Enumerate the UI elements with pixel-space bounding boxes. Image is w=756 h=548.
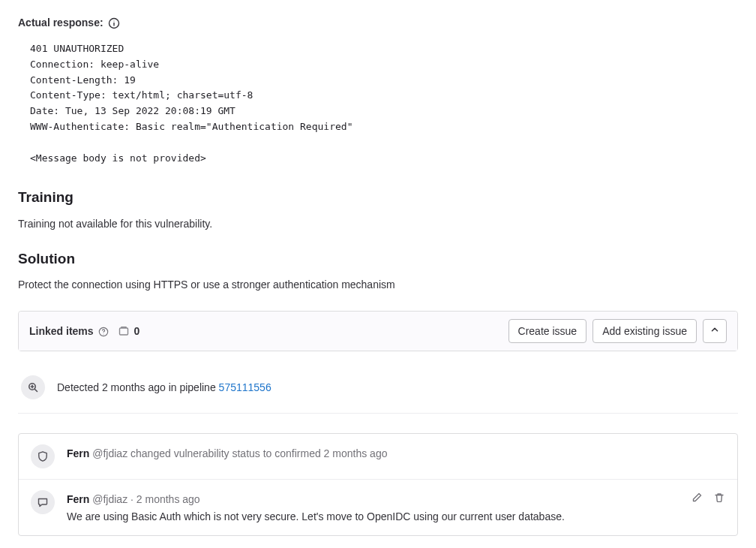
response-body-code: 401 UNAUTHORIZED Connection: keep-alive … xyxy=(18,41,738,166)
pipeline-link[interactable]: 575111556 xyxy=(219,381,272,393)
comment-main: Fern @fjdiaz · 2 months ago We are using… xyxy=(67,492,682,525)
comment-author[interactable]: Fern xyxy=(67,493,89,505)
svg-rect-5 xyxy=(119,328,128,335)
detection-row: Detected 2 months ago in pipeline 575111… xyxy=(18,362,738,414)
solution-text: Protect the connection using HTTPS or us… xyxy=(18,277,738,293)
linked-items-title: Linked items xyxy=(29,324,94,339)
training-text: Training not available for this vulnerab… xyxy=(18,216,738,232)
comment-time: 2 months ago xyxy=(136,493,200,505)
timeline-box: Fern @fjdiaz changed vulnerability statu… xyxy=(18,433,738,536)
question-icon[interactable] xyxy=(98,326,109,336)
svg-line-7 xyxy=(34,390,37,392)
status-author[interactable]: Fern xyxy=(67,447,89,459)
status-change-meta: Fern @fjdiaz changed vulnerability statu… xyxy=(67,447,387,459)
search-icon xyxy=(21,375,45,399)
edit-icon[interactable] xyxy=(691,492,703,508)
comment-text: We are using Basic Auth which is not ver… xyxy=(67,509,682,525)
svg-point-1 xyxy=(113,20,114,21)
linked-items-count: 0 xyxy=(134,324,140,339)
training-heading: Training xyxy=(18,187,738,209)
linked-items-panel: Linked items 0 Create issue Add existing… xyxy=(18,311,738,351)
comment-event: Fern @fjdiaz · 2 months ago We are using… xyxy=(19,479,737,535)
collapse-button[interactable] xyxy=(703,319,727,343)
comment-sep: · xyxy=(130,493,136,505)
chevron-up-icon xyxy=(710,324,720,339)
create-issue-button[interactable]: Create issue xyxy=(508,319,587,343)
issue-icon xyxy=(118,325,130,337)
trash-icon[interactable] xyxy=(713,492,725,508)
add-existing-issue-button[interactable]: Add existing issue xyxy=(592,319,697,343)
linked-items-title-group: Linked items 0 xyxy=(29,324,140,339)
status-change-event: Fern @fjdiaz changed vulnerability statu… xyxy=(19,434,737,479)
detection-prefix: Detected 2 months ago in pipeline xyxy=(57,381,219,393)
linked-items-actions: Create issue Add existing issue xyxy=(508,319,727,343)
status-change-content: Fern @fjdiaz changed vulnerability statu… xyxy=(67,444,725,462)
comment-meta: Fern @fjdiaz · 2 months ago xyxy=(67,492,682,507)
info-icon[interactable] xyxy=(108,17,120,29)
solution-heading: Solution xyxy=(18,248,738,270)
actual-response-label-text: Actual response: xyxy=(18,15,104,31)
comment-body: Fern @fjdiaz · 2 months ago We are using… xyxy=(67,490,725,525)
status-handle[interactable]: @fjdiaz xyxy=(92,447,128,459)
comment-actions xyxy=(691,492,725,508)
actual-response-label: Actual response: xyxy=(18,15,120,31)
linked-items-header: Linked items 0 Create issue Add existing… xyxy=(19,312,737,351)
status-text: changed vulnerability status to confirme… xyxy=(130,447,387,459)
shield-icon xyxy=(31,444,55,468)
detection-text: Detected 2 months ago in pipeline 575111… xyxy=(57,380,272,396)
svg-point-4 xyxy=(103,334,104,335)
comment-icon xyxy=(31,490,55,514)
comment-handle[interactable]: @fjdiaz xyxy=(92,493,128,505)
